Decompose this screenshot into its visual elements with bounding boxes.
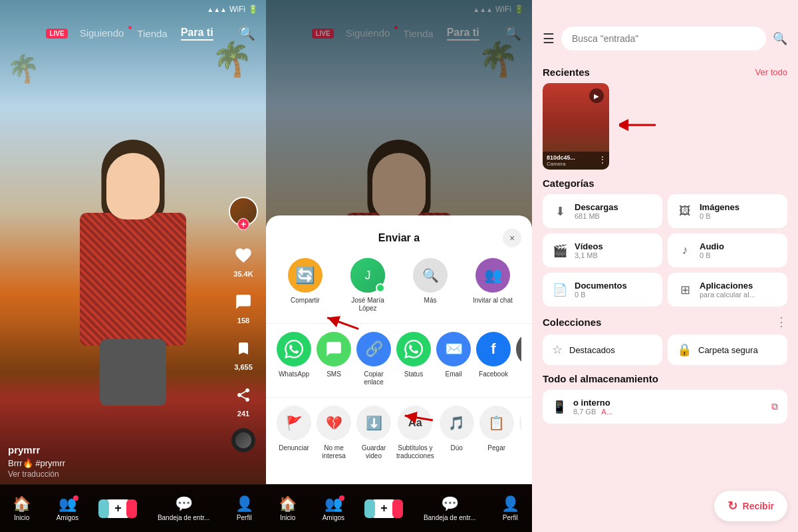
translate-link[interactable]: Ver traducción (8, 469, 226, 479)
nav-tab-add-2[interactable]: + (370, 499, 398, 518)
svg-line-0 (327, 318, 358, 329)
category-documentos[interactable]: 📄 Documentos 0 B (543, 273, 662, 307)
category-imagenes[interactable]: 🖼 Imágenes 0 B (668, 194, 787, 228)
share-item-status[interactable]: Status (396, 332, 431, 386)
aplicaciones-icon: ⊞ (677, 283, 693, 297)
share-item-facebook[interactable]: f Facebook (476, 332, 511, 386)
tienda-nav[interactable]: Tienda (130, 28, 174, 39)
descargas-size: 681 MB (575, 212, 618, 220)
share-icon (230, 382, 257, 408)
share-item-sms[interactable]: SMS (317, 332, 351, 386)
share-item-crear[interactable]: ✂️ Crearstic... (519, 406, 521, 460)
nav-tab-perfil[interactable]: 👤 Perfil (235, 495, 253, 521)
videos-info: Vídeos 3,1 MB (575, 241, 603, 259)
share-row-3: 🚩 Denunciar 💔 No meinteresa ⬇️ Guardarvi… (277, 406, 521, 460)
nav-tab-inicio[interactable]: 🏠 Inicio (13, 495, 31, 521)
search-icon-fm[interactable]: 🔍 (773, 31, 787, 46)
recent-thumb-1[interactable]: ▶ 810dc45... Camera ⋮ (543, 83, 609, 170)
share-item-copiar[interactable]: 🔗 Copiarenlace (356, 332, 391, 386)
bottom-nav-2: 🏠 Inicio 👥 Amigos + 💬 Bandeja de entr...… (266, 484, 532, 532)
carpeta-segura-name: Carpeta segura (698, 345, 758, 355)
duo-icon: 🎵 (440, 406, 474, 440)
status-icon (396, 332, 431, 366)
recibir-button[interactable]: ↻ Recibir (714, 491, 787, 521)
aplicaciones-size: para calcular al... (700, 291, 755, 299)
share-action[interactable]: 241 (230, 382, 257, 418)
fm-bottom: ↻ Recibir (532, 483, 798, 532)
aplicaciones-info: Aplicaciones para calcular al... (700, 281, 755, 299)
share-item-duo[interactable]: 🎵 Dúo (440, 406, 474, 460)
share-item-denunciar[interactable]: 🚩 Denunciar (277, 406, 311, 460)
guardar-icon: ⬇️ (356, 406, 391, 440)
recents-see-all[interactable]: Ver todo (755, 67, 787, 77)
category-videos[interactable]: 🎬 Vídeos 3,1 MB (543, 233, 662, 267)
para-ti-nav[interactable]: Para ti (174, 27, 220, 41)
nav-tab-bandeja-2[interactable]: 💬 Bandeja de entr... (424, 495, 475, 521)
comment-count: 158 (237, 317, 249, 325)
storage-copy-icon[interactable]: ⧉ (771, 401, 778, 412)
like-action[interactable]: 35.4K (230, 242, 257, 278)
category-descargas[interactable]: ⬇ Descargas 681 MB (543, 194, 662, 228)
search-icon[interactable]: 🔍 (239, 25, 255, 41)
thumb-sub: Camera (547, 161, 605, 167)
share-item-invitar[interactable]: 👥 Invitar al chat (464, 258, 521, 313)
jose-label: José MaríaLópez (351, 297, 384, 313)
category-aplicaciones[interactable]: ⊞ Aplicaciones para calcular al... (668, 273, 787, 307)
collections-more-icon[interactable]: ⋮ (775, 315, 787, 329)
storage-section: 📱 o interno 8,7 GB A... ⧉ (543, 390, 787, 424)
copiar-icon: 🔗 (356, 332, 391, 366)
nav-tab-inicio-2[interactable]: 🏠 Inicio (279, 495, 297, 521)
search-input[interactable] (561, 27, 766, 51)
share-item-guardar[interactable]: ⬇️ Guardarvideo (356, 406, 391, 460)
bookmark-action[interactable]: 3,655 (230, 335, 257, 371)
username[interactable]: prymrr (8, 444, 226, 456)
avatar-wrap[interactable]: + (229, 197, 258, 226)
nav-tab-amigos-label-2: Amigos (323, 514, 344, 521)
share-item-jose[interactable]: J José MaríaLópez (339, 258, 396, 313)
share-item-compartir[interactable]: 🔄 Compartir (277, 258, 334, 313)
more-apps-icon: ⋯ (516, 332, 521, 366)
music-disc[interactable] (231, 428, 255, 452)
share-item-whatsapp[interactable]: WhatsApp (277, 332, 311, 386)
home-icon: 🏠 (13, 495, 31, 513)
nav-tab-perfil-label: Perfil (237, 514, 252, 521)
comment-action[interactable]: 158 (230, 289, 257, 325)
profile-icon-2: 👤 (501, 495, 519, 513)
categories-title: Categorías (543, 178, 595, 189)
close-share-button[interactable]: × (503, 229, 521, 247)
share-item-more[interactable]: ⋯ Más (516, 332, 521, 386)
duo-label: Dúo (451, 444, 463, 452)
email-label: Email (445, 370, 462, 378)
nav-tab-amigos-2[interactable]: 👥 Amigos (323, 495, 344, 521)
share-item-pegar[interactable]: 📋 Pegar (479, 406, 514, 460)
documentos-name: Documentos (575, 281, 627, 291)
share-item-mas[interactable]: 🔍 Más (402, 258, 459, 313)
nav-tab-inicio-label-2: Inicio (280, 514, 295, 521)
share-item-nointeresa[interactable]: 💔 No meinteresa (317, 406, 351, 460)
guardar-label: Guardarvideo (362, 444, 386, 460)
share-item-email[interactable]: ✉️ Email (436, 332, 471, 386)
nav-tab-bandeja-label-2: Bandeja de entr... (424, 514, 475, 521)
add-button[interactable]: + (104, 499, 132, 518)
nav-tab-add[interactable]: + (104, 499, 132, 518)
nav-tab-amigos[interactable]: 👥 Amigos (57, 495, 78, 521)
file-manager-panel: ☰ 🔍 Recientes Ver todo ▶ 810dc45... Came… (532, 0, 798, 532)
storage-title: Todo el almacenamiento (543, 373, 658, 384)
amigos-badge-2 (339, 495, 344, 501)
add-button-2[interactable]: + (370, 499, 398, 518)
category-audio[interactable]: ♪ Audio 0 B (668, 233, 787, 267)
nav-tab-bandeja[interactable]: 💬 Bandeja de entr... (158, 495, 209, 521)
collection-carpeta[interactable]: 🔒 Carpeta segura (668, 334, 787, 365)
collection-destacados[interactable]: ☆ Destacados (543, 334, 662, 365)
compartir-icon: 🔄 (288, 258, 323, 293)
categories-header: Categorías (543, 178, 787, 189)
thumb-name: 810dc45... (547, 154, 605, 161)
siguiendo-nav[interactable]: Siguiendo (73, 27, 131, 39)
menu-icon[interactable]: ☰ (543, 31, 555, 47)
storage-interno-name: o interno (573, 398, 765, 408)
thumb-options-icon[interactable]: ⋮ (598, 155, 606, 164)
nav-tab-perfil-2[interactable]: 👤 Perfil (501, 495, 519, 521)
storage-interno[interactable]: 📱 o interno 8,7 GB A... ⧉ (543, 390, 787, 424)
live-badge[interactable]: LIVE (46, 29, 67, 39)
comment-icon (230, 289, 257, 315)
